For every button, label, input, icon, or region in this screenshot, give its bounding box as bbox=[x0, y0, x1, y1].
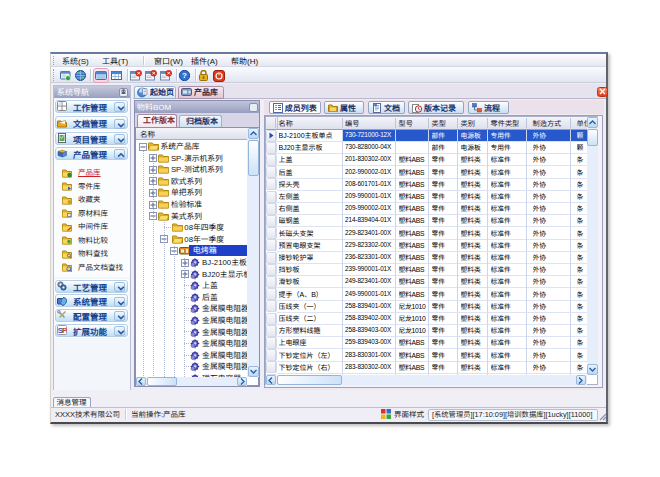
svg-text:?: ? bbox=[182, 71, 187, 80]
svg-text:P: P bbox=[62, 326, 67, 335]
